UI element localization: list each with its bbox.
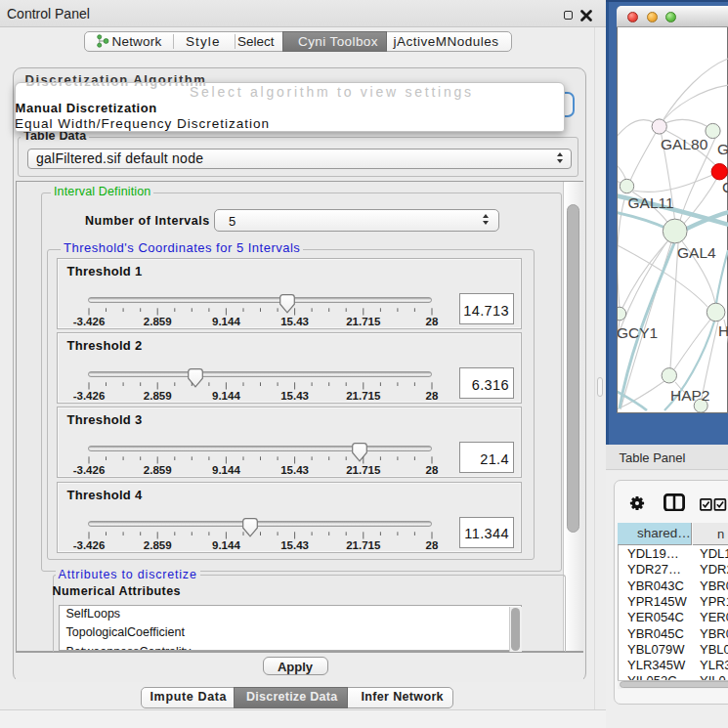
svg-text:GA: GA	[717, 141, 728, 157]
svg-text:CR: CR	[722, 179, 728, 195]
svg-text:GAL80: GAL80	[661, 136, 708, 152]
svg-text:GCY1: GCY1	[618, 324, 658, 341]
svg-text:GAL11: GAL11	[628, 194, 674, 211]
svg-text:GAL4: GAL4	[677, 244, 716, 261]
svg-text:HA: HA	[718, 322, 728, 339]
svg-text:HAP2: HAP2	[670, 387, 710, 404]
